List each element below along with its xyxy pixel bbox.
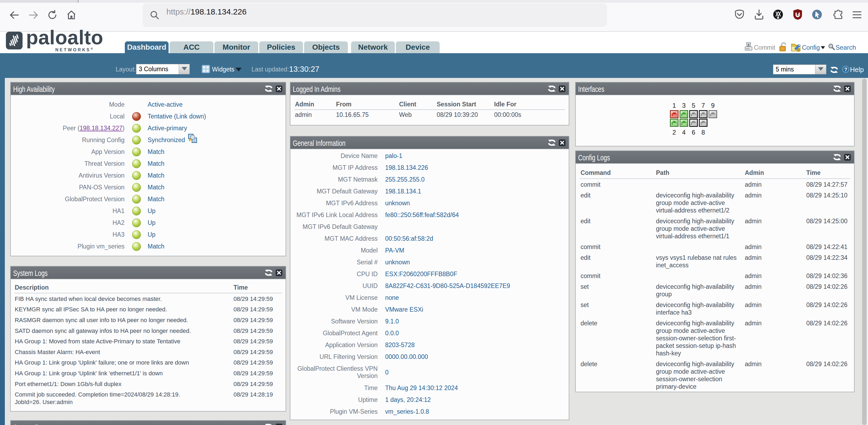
- svg-text:?: ?: [844, 67, 847, 72]
